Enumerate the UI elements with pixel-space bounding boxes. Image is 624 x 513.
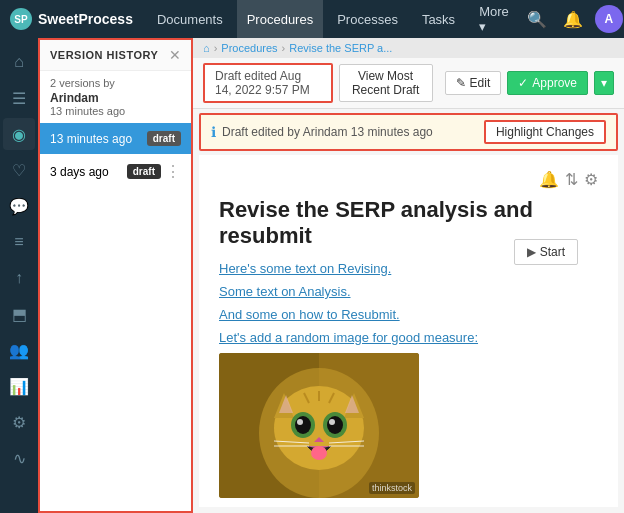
version-badge-1: draft xyxy=(127,164,161,179)
brand-name: SweetProcess xyxy=(38,11,133,27)
start-label: Start xyxy=(540,245,565,259)
version-header: VERSION HISTORY ✕ xyxy=(40,40,191,71)
svg-point-13 xyxy=(295,416,311,434)
version-time-0: 13 minutes ago xyxy=(50,132,147,146)
version-time-1: 3 days ago xyxy=(50,165,127,179)
svg-point-18 xyxy=(311,446,327,460)
version-user: Arindam xyxy=(40,91,191,105)
logo-area: SP SweetProcess xyxy=(10,8,133,30)
breadcrumb-home[interactable]: ⌂ xyxy=(203,42,210,54)
start-button[interactable]: ▶ Start xyxy=(514,239,578,265)
doc-bell-icon[interactable]: 🔔 xyxy=(539,170,559,189)
nav-more[interactable]: More ▾ xyxy=(469,0,519,38)
search-icon[interactable]: 🔍 xyxy=(523,6,551,33)
approve-check-icon: ✓ xyxy=(518,76,528,90)
version-title: VERSION HISTORY xyxy=(50,49,158,61)
sidebar-like[interactable]: ♡ xyxy=(3,154,35,186)
approve-label: Approve xyxy=(532,76,577,90)
sidebar-settings[interactable]: ⚙ xyxy=(3,406,35,438)
breadcrumb-sep-1: › xyxy=(214,42,218,54)
sidebar-upload[interactable]: ↑ xyxy=(3,262,35,294)
content-area: ⌂ › Procedures › Revise the SERP a... Dr… xyxy=(193,38,624,513)
nav-tasks[interactable]: Tasks xyxy=(412,0,465,38)
draft-notice-bar: ℹ Draft edited by Arindam 13 minutes ago… xyxy=(199,113,618,151)
highlight-changes-button[interactable]: Highlight Changes xyxy=(484,120,606,144)
view-most-recent-draft-button[interactable]: View Most Recent Draft xyxy=(339,64,433,102)
approve-button[interactable]: ✓ Approve xyxy=(507,71,588,95)
svg-point-16 xyxy=(329,419,335,425)
version-history-panel: VERSION HISTORY ✕ 2 versions by Arindam … xyxy=(38,38,193,513)
sidebar-chart[interactable]: 📊 xyxy=(3,370,35,402)
play-icon: ▶ xyxy=(527,245,536,259)
breadcrumb: ⌂ › Procedures › Revise the SERP a... xyxy=(193,38,624,58)
doc-reorder-icon[interactable]: ⇅ xyxy=(565,170,578,189)
nav-processes[interactable]: Processes xyxy=(327,0,408,38)
sidebar-list[interactable]: ≡ xyxy=(3,226,35,258)
version-subtitle: 2 versions by xyxy=(40,71,191,91)
breadcrumb-current-page[interactable]: Revise the SERP a... xyxy=(289,42,392,54)
cat-svg xyxy=(219,353,419,498)
doc-toolbar: 🔔 ⇅ ⚙ xyxy=(219,170,598,189)
info-icon: ℹ xyxy=(211,124,216,140)
doc-link-1[interactable]: Some text on Analysis. xyxy=(219,284,598,299)
edit-button[interactable]: ✎ Edit xyxy=(445,71,502,95)
edit-label: Edit xyxy=(470,76,491,90)
document-area: 🔔 ⇅ ⚙ Revise the SERP analysis and resub… xyxy=(199,155,618,507)
draft-info-box: Draft edited Aug 14, 2022 9:57 PM xyxy=(203,63,333,103)
breadcrumb-sep-2: › xyxy=(282,42,286,54)
version-badge-0: draft xyxy=(147,131,181,146)
thinkstock-label: thinkstock xyxy=(369,482,415,494)
nav-documents[interactable]: Documents xyxy=(147,0,233,38)
bell-icon[interactable]: 🔔 xyxy=(559,6,587,33)
version-user-time: 13 minutes ago xyxy=(40,105,191,123)
top-nav: SP SweetProcess Documents Procedures Pro… xyxy=(0,0,624,38)
version-item-1[interactable]: 3 days ago draft ⋮ xyxy=(40,154,191,189)
nav-right: 🔍 🔔 A xyxy=(523,5,623,33)
close-version-panel[interactable]: ✕ xyxy=(169,48,181,62)
sidebar-home[interactable]: ⌂ xyxy=(3,46,35,78)
main-layout: ⌂ ☰ ◉ ♡ 💬 ≡ ↑ ⬒ 👥 📊 ⚙ ∿ VERSION HISTORY … xyxy=(0,38,624,513)
sidebar-copy[interactable]: ⬒ xyxy=(3,298,35,330)
version-item-0[interactable]: 13 minutes ago draft xyxy=(40,123,191,154)
edit-icon: ✎ xyxy=(456,76,466,90)
cat-image: thinkstock xyxy=(219,353,419,498)
sidebar-activity[interactable]: ◉ xyxy=(3,118,35,150)
doc-link-3[interactable]: Let's add a random image for good measur… xyxy=(219,330,598,345)
sidebar-integration[interactable]: ∿ xyxy=(3,442,35,474)
sidebar-team[interactable]: 👥 xyxy=(3,334,35,366)
breadcrumb-procedures[interactable]: Procedures xyxy=(221,42,277,54)
approve-dropdown-button[interactable]: ▾ xyxy=(594,71,614,95)
draft-info-text: Draft edited Aug 14, 2022 9:57 PM xyxy=(215,69,310,97)
version-item-dots[interactable]: ⋮ xyxy=(165,162,181,181)
svg-text:SP: SP xyxy=(14,14,28,25)
sidebar-comment[interactable]: 💬 xyxy=(3,190,35,222)
logo-icon: SP xyxy=(10,8,32,30)
draft-notice-text: Draft edited by Arindam 13 minutes ago xyxy=(222,125,484,139)
svg-point-14 xyxy=(327,416,343,434)
doc-link-2[interactable]: And some on how to Resubmit. xyxy=(219,307,598,322)
action-bar: Draft edited Aug 14, 2022 9:57 PM View M… xyxy=(193,58,624,109)
sidebar-documents[interactable]: ☰ xyxy=(3,82,35,114)
left-sidebar: ⌂ ☰ ◉ ♡ 💬 ≡ ↑ ⬒ 👥 📊 ⚙ ∿ xyxy=(0,38,38,513)
avatar[interactable]: A xyxy=(595,5,623,33)
svg-point-15 xyxy=(297,419,303,425)
nav-procedures[interactable]: Procedures xyxy=(237,0,323,38)
doc-gear-icon[interactable]: ⚙ xyxy=(584,170,598,189)
